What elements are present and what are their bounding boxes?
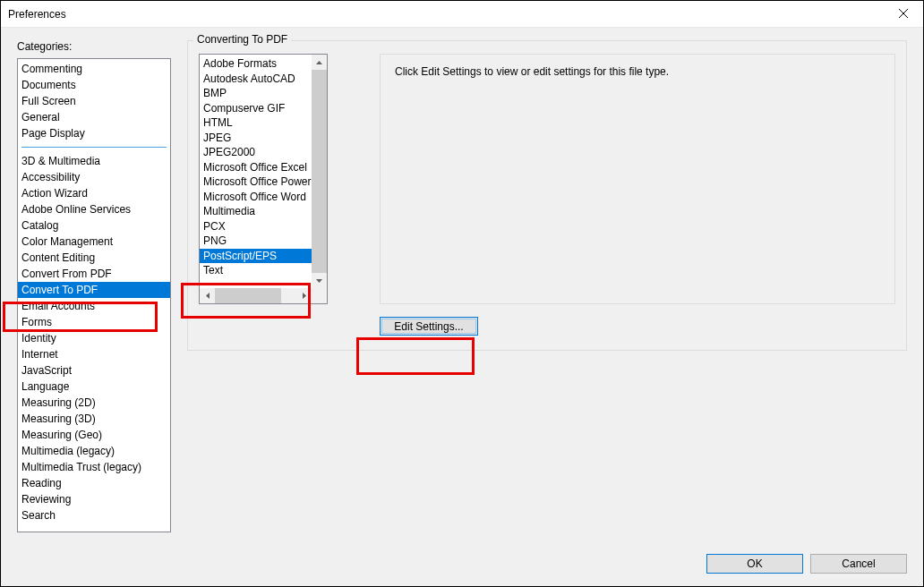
category-item[interactable]: Identity [18, 330, 170, 346]
category-item[interactable]: Documents [18, 77, 170, 93]
formats-hscrollbar[interactable] [200, 288, 327, 303]
categories-label: Categories: [17, 40, 171, 53]
formats-list-inner: Adobe FormatsAutodesk AutoCADBMPCompuser… [200, 55, 312, 288]
window-title: Preferences [8, 8, 883, 21]
category-item[interactable]: Internet [18, 346, 170, 362]
format-item[interactable]: Microsoft Office PowerPoint [200, 174, 312, 190]
format-item[interactable]: PCX [200, 219, 312, 234]
scroll-right-arrow-icon[interactable] [296, 288, 312, 303]
format-item[interactable]: Multimedia [200, 204, 312, 219]
dialog-button-row: OK Cancel [706, 554, 907, 574]
category-item[interactable]: Measuring (Geo) [18, 427, 170, 443]
format-item[interactable]: JPEG2000 [200, 145, 312, 160]
format-item[interactable]: HTML [200, 115, 312, 131]
category-item[interactable]: Convert To PDF [18, 282, 170, 298]
category-item[interactable]: Convert From PDF [18, 266, 170, 282]
categories-panel: Categories: CommentingDocumentsFull Scre… [17, 40, 171, 586]
format-item[interactable]: Autodesk AutoCAD [200, 72, 312, 87]
edit-settings-button[interactable]: Edit Settings... [380, 317, 478, 336]
category-item[interactable]: Reading [18, 475, 170, 491]
svg-marker-2 [316, 61, 322, 64]
format-item[interactable]: PostScript/EPS [200, 249, 312, 264]
category-item[interactable]: Page Display [18, 125, 170, 141]
category-item[interactable]: Commenting [18, 61, 170, 77]
format-item[interactable]: Compuserve GIF [200, 101, 312, 116]
category-item[interactable]: Email Accounts [18, 298, 170, 314]
category-item[interactable]: Search [18, 507, 170, 523]
format-item[interactable]: Microsoft Office Word [200, 190, 312, 205]
settings-hint-text: Click Edit Settings to view or edit sett… [395, 65, 669, 78]
dialog-content: Categories: CommentingDocumentsFull Scre… [1, 28, 923, 586]
format-item[interactable]: Text [200, 263, 312, 278]
category-item[interactable]: Measuring (2D) [18, 395, 170, 411]
settings-hint-area: Click Edit Settings to view or edit sett… [380, 54, 895, 304]
cancel-button[interactable]: Cancel [810, 554, 907, 574]
formats-vscrollbar[interactable] [312, 55, 327, 288]
formats-listbox[interactable]: Adobe FormatsAutodesk AutoCADBMPCompuser… [199, 54, 328, 304]
format-item[interactable]: Microsoft Office Excel [200, 160, 312, 175]
settings-panel: Converting To PDF Adobe FormatsAutodesk … [187, 40, 907, 586]
close-button[interactable] [883, 1, 923, 27]
scroll-down-arrow-icon[interactable] [312, 273, 327, 288]
category-item[interactable]: 3D & Multimedia [18, 153, 170, 169]
ok-button[interactable]: OK [706, 554, 803, 574]
formats-list-viewport: Adobe FormatsAutodesk AutoCADBMPCompuser… [200, 55, 327, 288]
category-item[interactable]: Measuring (3D) [18, 411, 170, 427]
converting-group: Converting To PDF Adobe FormatsAutodesk … [187, 40, 907, 351]
close-icon [899, 8, 908, 21]
scroll-left-arrow-icon[interactable] [200, 288, 215, 303]
category-divider [21, 147, 167, 148]
preferences-dialog: Preferences Categories: CommentingDocume… [0, 0, 924, 587]
category-item[interactable]: Full Screen [18, 93, 170, 109]
category-item[interactable]: Action Wizard [18, 185, 170, 201]
format-item[interactable]: PNG [200, 234, 312, 249]
format-item[interactable]: JPEG [200, 131, 312, 146]
category-item[interactable]: Color Management [18, 234, 170, 250]
category-item[interactable]: Catalog [18, 217, 170, 234]
category-item[interactable]: Language [18, 379, 170, 395]
format-item[interactable]: BMP [200, 86, 312, 101]
edit-button-row: Edit Settings... [199, 317, 895, 336]
category-item[interactable]: Reviewing [18, 491, 170, 507]
category-item[interactable]: Forms [18, 314, 170, 330]
svg-marker-5 [303, 293, 306, 299]
svg-marker-3 [316, 279, 322, 283]
group-inner-row: Adobe FormatsAutodesk AutoCADBMPCompuser… [199, 54, 895, 304]
category-item[interactable]: JavaScript [18, 362, 170, 379]
titlebar: Preferences [1, 1, 923, 28]
format-item[interactable]: Adobe Formats [200, 56, 312, 72]
category-item[interactable]: Accessibility [18, 169, 170, 185]
category-item[interactable]: Multimedia (legacy) [18, 443, 170, 459]
scroll-up-arrow-icon[interactable] [312, 55, 327, 70]
category-item[interactable]: Multimedia Trust (legacy) [18, 459, 170, 475]
category-item[interactable]: Content Editing [18, 250, 170, 266]
hscroll-thumb[interactable] [215, 288, 281, 303]
category-item[interactable]: Adobe Online Services [18, 201, 170, 217]
vscroll-thumb[interactable] [312, 70, 327, 273]
group-label: Converting To PDF [193, 33, 291, 46]
categories-listbox[interactable]: CommentingDocumentsFull ScreenGeneralPag… [17, 58, 171, 532]
svg-marker-4 [206, 293, 210, 299]
category-item[interactable]: General [18, 109, 170, 125]
